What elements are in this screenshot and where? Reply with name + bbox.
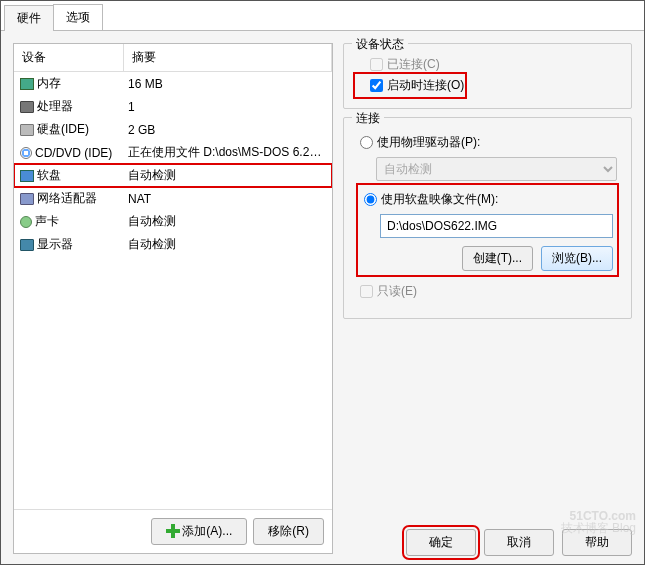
mem-icon <box>20 78 34 90</box>
device-row[interactable]: 网络适配器NAT <box>14 187 332 210</box>
dialog-footer: 确定 取消 帮助 <box>406 529 632 556</box>
connect-on-poweron-label: 启动时连接(O) <box>387 77 464 94</box>
device-row[interactable]: CD/DVD (IDE)正在使用文件 D:\dos\MS-DOS 6.22...… <box>14 141 332 164</box>
device-name: 软盘 <box>37 167 61 184</box>
device-row[interactable]: 声卡自动检测 <box>14 210 332 233</box>
device-summary: 1 <box>124 99 332 115</box>
cpu-icon <box>20 101 34 113</box>
device-name: 处理器 <box>37 98 73 115</box>
browse-button[interactable]: 浏览(B)... <box>541 246 613 271</box>
device-name: 声卡 <box>35 213 59 230</box>
use-physical-row[interactable]: 使用物理驱动器(P): <box>358 132 617 153</box>
device-status-group: 设备状态 已连接(C) 启动时连接(O) <box>343 43 632 109</box>
device-summary: 自动检测 <box>124 166 332 185</box>
connection-title: 连接 <box>352 110 384 127</box>
device-summary: 自动检测 <box>124 235 332 254</box>
connected-row: 已连接(C) <box>356 54 619 75</box>
device-row[interactable]: 硬盘(IDE)2 GB <box>14 118 332 141</box>
use-image-label: 使用软盘映像文件(M): <box>381 191 498 208</box>
device-row[interactable]: 处理器1 <box>14 95 332 118</box>
device-status-title: 设备状态 <box>352 36 408 53</box>
use-physical-radio[interactable] <box>360 136 373 149</box>
device-summary: 正在使用文件 D:\dos\MS-DOS 6.22.... <box>124 143 332 162</box>
tab-hardware[interactable]: 硬件 <box>4 5 54 31</box>
settings-window: 硬件 选项 设备 摘要 内存16 MB处理器1硬盘(IDE)2 GBCD/DVD… <box>0 0 645 565</box>
connect-on-poweron-row[interactable]: 启动时连接(O) <box>356 75 464 96</box>
ok-button[interactable]: 确定 <box>406 529 476 556</box>
readonly-row: 只读(E) <box>358 281 617 302</box>
use-image-radio[interactable] <box>364 193 377 206</box>
physical-drive-select: 自动检测 <box>376 157 617 181</box>
connection-group: 连接 使用物理驱动器(P): 自动检测 使用软盘映像文件 <box>343 117 632 319</box>
device-summary: 自动检测 <box>124 212 332 231</box>
device-row[interactable]: 软盘自动检测 <box>14 164 332 187</box>
content-area: 设备 摘要 内存16 MB处理器1硬盘(IDE)2 GBCD/DVD (IDE)… <box>1 31 644 566</box>
device-name: 显示器 <box>37 236 73 253</box>
cancel-button[interactable]: 取消 <box>484 529 554 556</box>
readonly-label: 只读(E) <box>377 283 417 300</box>
column-device[interactable]: 设备 <box>14 44 124 71</box>
device-summary: 2 GB <box>124 122 332 138</box>
device-summary: 16 MB <box>124 76 332 92</box>
device-list-header: 设备 摘要 <box>14 44 332 72</box>
use-image-row[interactable]: 使用软盘映像文件(M): <box>362 189 613 210</box>
connected-checkbox <box>370 58 383 71</box>
device-summary: NAT <box>124 191 332 207</box>
floppy-icon <box>20 170 34 182</box>
right-panel: 设备状态 已连接(C) 启动时连接(O) 连接 使用物理驱动器(P): <box>343 43 632 554</box>
connect-on-poweron-checkbox[interactable] <box>370 79 383 92</box>
plus-icon <box>166 524 180 538</box>
column-summary[interactable]: 摘要 <box>124 44 332 71</box>
tab-bar: 硬件 选项 <box>1 1 644 31</box>
connected-label: 已连接(C) <box>387 56 440 73</box>
disp-icon <box>20 239 34 251</box>
use-physical-label: 使用物理驱动器(P): <box>377 134 480 151</box>
cd-icon <box>20 147 32 159</box>
tab-options[interactable]: 选项 <box>53 4 103 30</box>
use-image-section: 使用软盘映像文件(M): 创建(T)... 浏览(B)... <box>358 185 617 275</box>
snd-icon <box>20 216 32 228</box>
image-path-input[interactable] <box>380 214 613 238</box>
device-list-buttons: 添加(A)... 移除(R) <box>14 509 332 553</box>
add-button[interactable]: 添加(A)... <box>151 518 247 545</box>
remove-button[interactable]: 移除(R) <box>253 518 324 545</box>
device-row[interactable]: 内存16 MB <box>14 72 332 95</box>
device-row[interactable]: 显示器自动检测 <box>14 233 332 256</box>
device-name: 硬盘(IDE) <box>37 121 89 138</box>
net-icon <box>20 193 34 205</box>
help-button[interactable]: 帮助 <box>562 529 632 556</box>
device-name: CD/DVD (IDE) <box>35 146 112 160</box>
create-button[interactable]: 创建(T)... <box>462 246 533 271</box>
device-list-panel: 设备 摘要 内存16 MB处理器1硬盘(IDE)2 GBCD/DVD (IDE)… <box>13 43 333 554</box>
readonly-checkbox <box>360 285 373 298</box>
device-name: 网络适配器 <box>37 190 97 207</box>
device-list[interactable]: 内存16 MB处理器1硬盘(IDE)2 GBCD/DVD (IDE)正在使用文件… <box>14 72 332 509</box>
hdd-icon <box>20 124 34 136</box>
device-name: 内存 <box>37 75 61 92</box>
